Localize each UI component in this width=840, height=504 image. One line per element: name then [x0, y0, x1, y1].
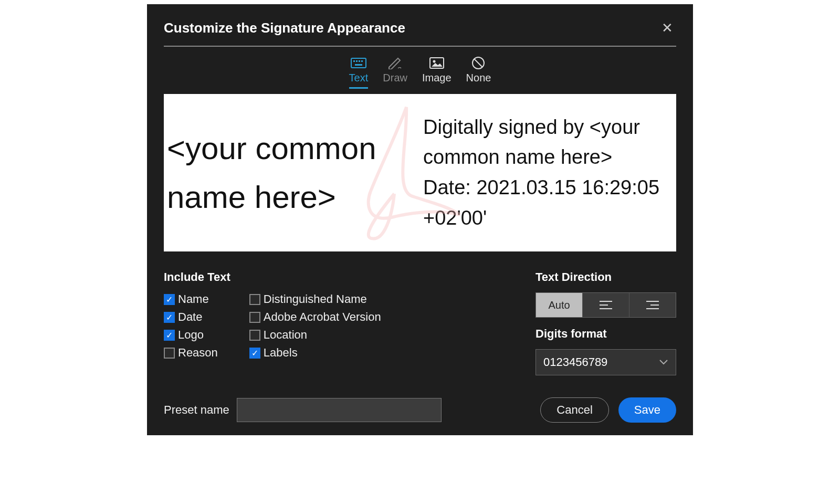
include-text-title: Include Text: [164, 270, 381, 284]
preset-name-label: Preset name: [164, 403, 229, 417]
dialog-title: Customize the Signature Appearance: [164, 20, 405, 36]
checkbox-icon: [249, 294, 260, 305]
dialog-buttons: Cancel Save: [540, 397, 676, 423]
pdf-logo-icon: [344, 102, 470, 244]
tab-draw[interactable]: Draw: [383, 56, 407, 89]
check-reason[interactable]: Reason: [164, 346, 218, 360]
svg-rect-0: [351, 58, 366, 68]
tab-image-label: Image: [422, 72, 452, 84]
check-labels[interactable]: ✓Labels: [249, 346, 381, 360]
check-name[interactable]: ✓Name: [164, 292, 218, 306]
tab-draw-label: Draw: [383, 72, 407, 84]
dialog-footer: Preset name Cancel Save: [164, 397, 676, 423]
check-location[interactable]: Location: [249, 328, 381, 342]
direction-rtl[interactable]: [629, 293, 676, 317]
svg-rect-3: [359, 60, 360, 62]
signature-appearance-dialog: Customize the Signature Appearance ✕ Tex…: [147, 4, 693, 435]
svg-rect-4: [361, 60, 363, 62]
checkbox-icon: ✓: [164, 312, 175, 323]
align-right-icon: [646, 300, 659, 310]
svg-rect-1: [353, 60, 355, 62]
text-direction-title: Text Direction: [536, 270, 676, 284]
direction-auto[interactable]: Auto: [536, 293, 583, 317]
dialog-header: Customize the Signature Appearance ✕: [164, 20, 676, 47]
checkbox-icon: [249, 330, 260, 341]
preset-row: Preset name: [164, 398, 442, 422]
align-left-icon: [600, 300, 612, 310]
check-logo[interactable]: ✓Logo: [164, 328, 218, 342]
check-col-right: Distinguished Name Adobe Acrobat Version…: [249, 292, 381, 360]
text-direction-toggle: Auto: [536, 292, 676, 318]
include-text-options: ✓Name ✓Date ✓Logo Reason Distinguished N…: [164, 292, 381, 360]
tab-image[interactable]: Image: [422, 56, 452, 89]
save-button[interactable]: Save: [618, 397, 676, 423]
checkbox-icon: ✓: [249, 348, 260, 359]
pen-icon: [386, 56, 404, 70]
check-date[interactable]: ✓Date: [164, 310, 218, 324]
check-distinguished-name[interactable]: Distinguished Name: [249, 292, 381, 306]
chevron-down-icon: [659, 359, 668, 365]
checkbox-icon: ✓: [164, 330, 175, 341]
include-text-section: Include Text ✓Name ✓Date ✓Logo Reason Di…: [164, 270, 381, 375]
checkbox-icon: [164, 348, 175, 359]
keyboard-icon: [350, 56, 368, 70]
none-icon: [469, 56, 487, 70]
tab-text-label: Text: [349, 72, 369, 84]
tab-none-label: None: [466, 72, 491, 84]
checkbox-icon: [249, 312, 260, 323]
close-button[interactable]: ✕: [658, 20, 676, 36]
svg-rect-5: [355, 64, 362, 66]
svg-rect-2: [356, 60, 358, 62]
direction-ltr[interactable]: [583, 293, 629, 317]
checkbox-icon: ✓: [164, 294, 175, 305]
image-icon: [428, 56, 446, 70]
digits-format-title: Digits format: [536, 327, 676, 341]
signature-preview: <your common name here> Digitally signed…: [164, 94, 676, 251]
svg-line-9: [474, 59, 482, 67]
tab-none[interactable]: None: [466, 56, 491, 89]
preset-name-input[interactable]: [237, 398, 442, 422]
options-row: Include Text ✓Name ✓Date ✓Logo Reason Di…: [164, 270, 676, 375]
right-options: Text Direction Auto Digits format 012345…: [536, 270, 676, 375]
digits-format-select[interactable]: 0123456789: [536, 349, 676, 375]
digits-format-value: 0123456789: [543, 355, 607, 369]
tab-text[interactable]: Text: [349, 56, 369, 89]
signature-method-tabs: Text Draw Image None: [164, 56, 676, 89]
check-col-left: ✓Name ✓Date ✓Logo Reason: [164, 292, 218, 360]
check-acrobat-version[interactable]: Adobe Acrobat Version: [249, 310, 381, 324]
cancel-button[interactable]: Cancel: [540, 397, 608, 423]
svg-point-7: [433, 60, 435, 63]
